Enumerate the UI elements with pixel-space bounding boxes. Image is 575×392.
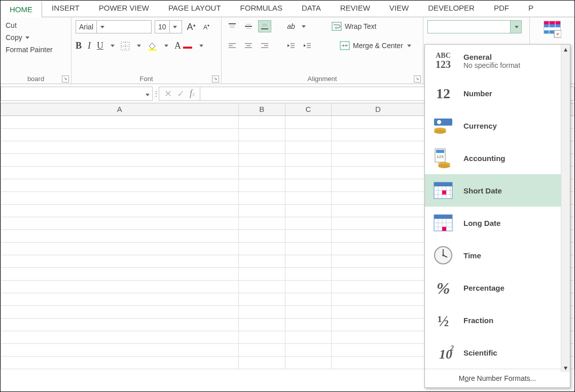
align-middle-button[interactable]: [242, 20, 255, 32]
fill-color-button[interactable]: [147, 41, 157, 51]
cell[interactable]: [239, 167, 285, 179]
align-right-button[interactable]: [258, 40, 271, 52]
cell[interactable]: [1, 293, 239, 305]
align-bottom-button[interactable]: [258, 20, 271, 32]
cell[interactable]: [1, 205, 239, 217]
cell[interactable]: [239, 154, 285, 166]
cell[interactable]: [285, 129, 332, 141]
tab-data[interactable]: DATA: [292, 1, 331, 17]
tab-page-layout[interactable]: PAGE LAYOUT: [159, 1, 231, 17]
decrease-indent-button[interactable]: [284, 40, 298, 52]
column-header-D[interactable]: D: [332, 103, 425, 115]
cell[interactable]: [332, 205, 425, 217]
tab-developer[interactable]: DEVELOPER: [418, 1, 484, 17]
column-header-A[interactable]: A: [1, 103, 239, 115]
cell[interactable]: [1, 116, 239, 128]
tab-review[interactable]: REVIEW: [331, 1, 380, 17]
cell[interactable]: [1, 281, 239, 293]
scroll-down-icon[interactable]: ▾: [561, 363, 570, 372]
bold-button[interactable]: B: [76, 41, 82, 51]
cell[interactable]: [332, 281, 425, 293]
scroll-up-icon[interactable]: ▴: [561, 45, 570, 54]
chevron-down-icon[interactable]: [510, 21, 521, 33]
tab-view[interactable]: VIEW: [380, 1, 418, 17]
cell[interactable]: [285, 331, 332, 343]
cell[interactable]: [332, 357, 425, 369]
cell[interactable]: [239, 357, 285, 369]
cell[interactable]: [285, 179, 332, 191]
cell[interactable]: [332, 306, 425, 318]
cell[interactable]: [332, 116, 425, 128]
number-format-time[interactable]: Time: [425, 239, 570, 271]
cell[interactable]: [332, 192, 425, 204]
number-format-scientific[interactable]: 102Scientific: [425, 336, 570, 369]
cell[interactable]: [332, 129, 425, 141]
cell[interactable]: [332, 268, 425, 280]
cell[interactable]: [332, 331, 425, 343]
cell[interactable]: [285, 230, 332, 242]
cell[interactable]: [1, 230, 239, 242]
chevron-down-icon[interactable]: [199, 45, 203, 47]
align-left-button[interactable]: [226, 40, 239, 52]
cell[interactable]: [239, 179, 285, 191]
font-color-button[interactable]: A: [174, 41, 192, 51]
cell[interactable]: [239, 268, 285, 280]
italic-button[interactable]: I: [88, 41, 91, 51]
cell[interactable]: [332, 319, 425, 331]
cell[interactable]: [285, 192, 332, 204]
borders-button[interactable]: [121, 42, 130, 51]
cell[interactable]: [285, 319, 332, 331]
cell[interactable]: [285, 281, 332, 293]
cell[interactable]: [239, 205, 285, 217]
chevron-down-icon[interactable]: [137, 45, 141, 47]
dialog-launcher-icon[interactable]: ↘: [62, 75, 69, 83]
cell[interactable]: [239, 230, 285, 242]
cell[interactable]: [1, 167, 239, 179]
cell[interactable]: [1, 357, 239, 369]
decrease-font-button[interactable]: A▾: [200, 21, 212, 33]
name-box[interactable]: [1, 87, 153, 101]
cell[interactable]: [1, 255, 239, 267]
cell[interactable]: [285, 344, 332, 356]
wrap-text-button[interactable]: Wrap Text: [327, 20, 381, 32]
number-format-shortdate[interactable]: Short Date: [425, 174, 570, 207]
cell[interactable]: [1, 179, 239, 191]
cell[interactable]: [1, 243, 239, 255]
cell[interactable]: [285, 141, 332, 153]
cell[interactable]: [1, 154, 239, 166]
cell[interactable]: [285, 217, 332, 229]
cell[interactable]: [1, 331, 239, 343]
cell[interactable]: [332, 230, 425, 242]
cell[interactable]: [285, 205, 332, 217]
conditional-formatting-button[interactable]: ≠: [543, 20, 561, 38]
font-size-combo[interactable]: 10: [155, 20, 182, 33]
increase-indent-button[interactable]: [301, 40, 314, 52]
cell[interactable]: [285, 306, 332, 318]
cell[interactable]: [1, 141, 239, 153]
cancel-formula-button[interactable]: ✕: [164, 88, 172, 99]
cell[interactable]: [239, 243, 285, 255]
cell[interactable]: [239, 331, 285, 343]
cell[interactable]: [285, 357, 332, 369]
dialog-launcher-icon[interactable]: ↘: [414, 75, 421, 83]
format-painter-button[interactable]: Format Painter: [5, 45, 67, 55]
chevron-down-icon[interactable]: [169, 21, 179, 33]
cell[interactable]: [285, 167, 332, 179]
cell[interactable]: [285, 154, 332, 166]
increase-font-button[interactable]: A▴: [185, 21, 197, 33]
chevron-down-icon[interactable]: [142, 90, 152, 98]
cell[interactable]: [332, 141, 425, 153]
cell[interactable]: [239, 344, 285, 356]
number-format-fraction[interactable]: ½Fraction: [425, 304, 570, 336]
number-format-combo[interactable]: [427, 20, 522, 33]
cell[interactable]: [332, 243, 425, 255]
tab-formulas[interactable]: FORMULAS: [231, 1, 292, 17]
number-format-accounting[interactable]: 123Accounting: [425, 142, 570, 174]
cell[interactable]: [1, 344, 239, 356]
cell[interactable]: [285, 268, 332, 280]
cell[interactable]: [285, 293, 332, 305]
column-header-B[interactable]: B: [239, 103, 285, 115]
chevron-down-icon[interactable]: [302, 25, 306, 28]
dropdown-scrollbar[interactable]: ▴ ▾: [561, 45, 570, 372]
splitter-icon[interactable]: ⋮: [153, 90, 159, 98]
